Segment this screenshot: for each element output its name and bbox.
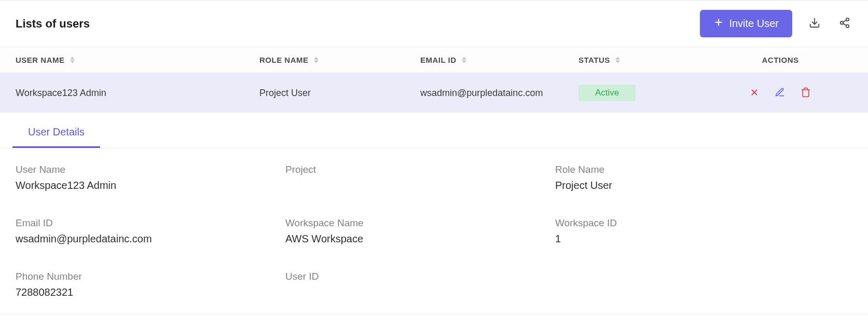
detail-workspace-name-label: Workspace Name <box>285 217 550 229</box>
detail-username-label: User Name <box>16 164 280 175</box>
detail-workspace-name: Workspace Name AWS Workspace <box>285 217 550 245</box>
cell-username: Workspace123 Admin <box>16 88 259 99</box>
sort-icon <box>462 57 466 63</box>
column-header-rolename[interactable]: ROLE NAME <box>259 56 420 64</box>
detail-workspace-id-label: Workspace ID <box>555 217 852 229</box>
detail-workspace-name-value: AWS Workspace <box>285 233 550 245</box>
share-button[interactable] <box>837 15 852 32</box>
plus-icon <box>713 17 724 30</box>
close-row-button[interactable] <box>750 88 759 99</box>
edit-row-button[interactable] <box>775 87 785 99</box>
detail-email: Email ID wsadmin@purpledatainc.com <box>16 217 280 245</box>
column-header-username-label: USER NAME <box>16 56 65 64</box>
trash-icon <box>801 87 811 99</box>
column-header-rolename-label: ROLE NAME <box>259 56 309 64</box>
edit-icon <box>775 87 785 99</box>
detail-rolename: Role Name Project User <box>555 164 852 191</box>
download-icon <box>809 17 820 30</box>
detail-workspace-id: Workspace ID 1 <box>555 217 852 245</box>
sort-icon <box>314 57 319 63</box>
column-header-email[interactable]: EMAIL ID <box>420 56 578 64</box>
column-header-actions-label: ACTIONS <box>762 56 799 64</box>
sort-icon <box>70 57 75 63</box>
column-header-actions: ACTIONS <box>708 56 852 64</box>
detail-rolename-value: Project User <box>555 180 852 191</box>
share-icon <box>839 17 850 30</box>
column-header-status[interactable]: STATUS <box>578 56 708 64</box>
detail-email-value: wsadmin@purpledatainc.com <box>16 233 280 245</box>
detail-project: Project <box>285 164 550 191</box>
detail-username-value: Workspace123 Admin <box>16 180 280 191</box>
detail-email-label: Email ID <box>16 217 280 229</box>
invite-user-button[interactable]: Invite User <box>700 10 792 37</box>
detail-workspace-id-value: 1 <box>555 233 852 245</box>
detail-phone-value: 7288082321 <box>16 286 280 298</box>
detail-userid-label: User ID <box>285 271 550 282</box>
svg-line-6 <box>843 23 846 25</box>
tab-user-details[interactable]: User Details <box>12 113 100 148</box>
detail-phone-label: Phone Number <box>16 271 280 282</box>
detail-username: User Name Workspace123 Admin <box>16 164 280 191</box>
sort-icon <box>615 57 620 63</box>
download-button[interactable] <box>807 15 822 32</box>
svg-line-7 <box>843 20 846 22</box>
delete-row-button[interactable] <box>801 87 811 99</box>
close-icon <box>750 88 759 99</box>
detail-phone: Phone Number 7288082321 <box>16 271 280 298</box>
table-row[interactable]: Workspace123 Admin Project User wsadmin@… <box>0 73 868 113</box>
cell-status: Active <box>578 85 708 101</box>
invite-user-label: Invite User <box>729 18 779 30</box>
column-header-email-label: EMAIL ID <box>420 56 457 64</box>
column-header-status-label: STATUS <box>578 56 610 64</box>
cell-rolename: Project User <box>259 88 420 99</box>
detail-rolename-label: Role Name <box>555 164 852 175</box>
page-title: Lists of users <box>16 17 90 31</box>
detail-userid: User ID <box>285 271 550 298</box>
detail-project-label: Project <box>285 164 550 175</box>
status-badge: Active <box>578 85 636 101</box>
column-header-username[interactable]: USER NAME <box>16 56 259 64</box>
cell-email: wsadmin@purpledatainc.com <box>420 88 578 99</box>
